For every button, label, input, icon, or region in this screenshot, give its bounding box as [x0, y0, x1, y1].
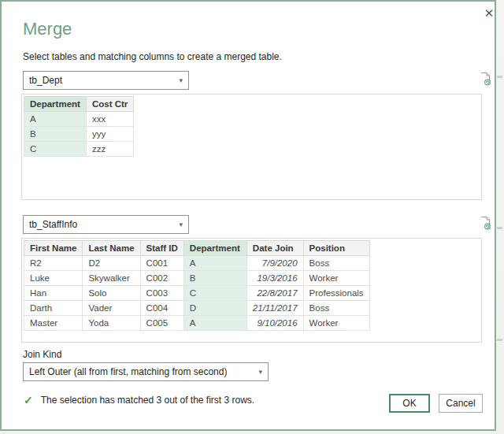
table-cell[interactable]: C003 [140, 286, 183, 301]
table-cell[interactable]: Solo [83, 286, 140, 301]
staff-table: First NameLast NameStaff IDDepartmentDat… [24, 240, 370, 331]
table-cell[interactable]: A [183, 316, 246, 331]
table-cell[interactable]: Luke [24, 271, 83, 286]
table-row: R2D2C001A7/9/2020Boss [24, 256, 370, 271]
table-cell[interactable]: C001 [140, 256, 183, 271]
background-artifact [497, 76, 502, 78]
column-header[interactable]: Date Join [246, 241, 303, 256]
table-cell[interactable]: Han [24, 286, 83, 301]
second-table-preview: First NameLast NameStaff IDDepartmentDat… [21, 238, 482, 343]
table-cell[interactable]: D2 [83, 256, 140, 271]
column-header[interactable]: Cost Ctr [86, 97, 133, 112]
header-row: First NameLast NameStaff IDDepartmentDat… [24, 241, 370, 256]
first-table-select[interactable]: tb_Dept ▾ [23, 71, 189, 90]
background-artifact [497, 227, 502, 229]
background-artifact [497, 339, 502, 341]
first-table-select-value: tb_Dept [29, 75, 62, 86]
table-cell[interactable]: Worker [303, 271, 369, 286]
refresh-preview-icon[interactable] [479, 72, 493, 87]
table-row: LukeSkywalkerC002B19/3/2016Worker [24, 271, 370, 286]
table-cell[interactable]: Master [24, 316, 83, 331]
table-cell[interactable]: 9/10/2016 [246, 316, 303, 331]
table-cell[interactable]: C005 [140, 316, 183, 331]
table-cell[interactable]: C [183, 286, 246, 301]
chevron-down-icon: ▾ [258, 368, 262, 376]
table-cell[interactable]: C004 [140, 301, 183, 316]
column-header[interactable]: Department [24, 97, 87, 112]
ok-button[interactable]: OK [389, 394, 430, 413]
table-cell[interactable]: Boss [303, 301, 369, 316]
merge-dialog: ✕ Merge Select tables and matching colum… [0, 0, 496, 431]
table-row: Byyy [24, 127, 134, 142]
table-row: Czzz [24, 142, 134, 157]
table-row: MasterYodaC005A9/10/2016Worker [24, 316, 370, 331]
table-cell[interactable]: A [183, 256, 246, 271]
refresh-preview-icon[interactable] [479, 216, 493, 231]
table-cell[interactable]: Worker [303, 316, 369, 331]
table-cell[interactable]: Skywalker [83, 271, 140, 286]
table-row: Axxx [24, 112, 134, 127]
column-header[interactable]: Staff ID [140, 241, 183, 256]
table-cell[interactable]: Vader [83, 301, 140, 316]
join-kind-select[interactable]: Left Outer (all from first, matching fro… [23, 362, 269, 381]
column-header[interactable]: Position [303, 241, 369, 256]
join-kind-value: Left Outer (all from first, matching fro… [29, 366, 227, 377]
match-status-text: The selection has matched 3 out of the f… [41, 395, 254, 406]
column-header[interactable]: First Name [24, 241, 83, 256]
table-cell[interactable]: 7/9/2020 [246, 256, 303, 271]
column-header[interactable]: Last Name [83, 241, 140, 256]
table-cell[interactable]: 21/11/2017 [246, 301, 303, 316]
table-cell[interactable]: B [24, 127, 87, 142]
header-row: DepartmentCost Ctr [24, 97, 134, 112]
table-cell[interactable]: Darth [24, 301, 83, 316]
dialog-title: Merge [23, 19, 72, 39]
table-cell[interactable]: Boss [303, 256, 369, 271]
table-cell[interactable]: 22/8/2017 [246, 286, 303, 301]
check-icon: ✓ [24, 394, 33, 406]
table-cell[interactable]: xxx [86, 112, 133, 127]
match-status: ✓ The selection has matched 3 out of the… [24, 394, 254, 406]
table-cell[interactable]: C [24, 142, 87, 157]
join-kind-label: Join Kind [23, 349, 61, 360]
table-cell[interactable]: R2 [24, 256, 83, 271]
chevron-down-icon: ▾ [179, 76, 183, 84]
cancel-button[interactable]: Cancel [439, 394, 483, 413]
table-cell[interactable]: Yoda [83, 316, 140, 331]
table-cell[interactable]: zzz [86, 142, 133, 157]
first-table-preview: DepartmentCost CtrAxxxByyyCzzz [21, 94, 482, 200]
chevron-down-icon: ▾ [179, 221, 183, 228]
table-cell[interactable]: B [183, 271, 246, 286]
dialog-subtitle: Select tables and matching columns to cr… [23, 51, 282, 62]
column-header[interactable]: Department [183, 241, 246, 256]
table-cell[interactable]: D [183, 301, 246, 316]
table-cell[interactable]: 19/3/2016 [246, 271, 303, 286]
table-row: DarthVaderC004D21/11/2017Boss [24, 301, 370, 316]
table-cell[interactable]: Professionals [303, 286, 369, 301]
table-cell[interactable]: yyy [86, 127, 133, 142]
second-table-select-value: tb_StaffInfo [29, 219, 77, 230]
table-row: HanSoloC003C22/8/2017Professionals [24, 286, 370, 301]
second-table-select[interactable]: tb_StaffInfo ▾ [23, 215, 189, 234]
dept-table: DepartmentCost CtrAxxxByyyCzzz [24, 96, 134, 157]
close-icon[interactable]: ✕ [480, 5, 498, 22]
table-cell[interactable]: C002 [140, 271, 183, 286]
table-cell[interactable]: A [24, 112, 87, 127]
